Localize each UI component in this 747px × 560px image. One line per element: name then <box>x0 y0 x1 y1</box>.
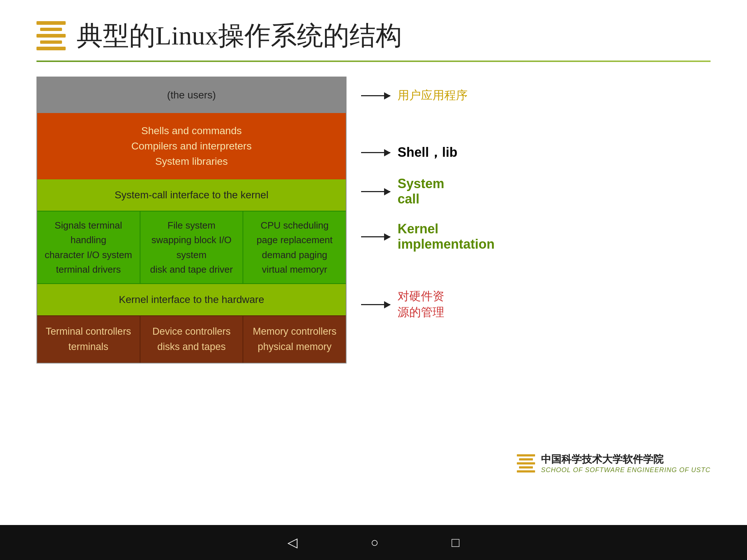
kernel-layer: Signals terminal handling character I/O … <box>37 211 346 283</box>
slide: 典型的Linux操作系统的结构 (the users) Shells and c… <box>0 0 747 525</box>
kernel-label1: Kernel <box>398 221 438 236</box>
arrow-hw <box>361 304 390 305</box>
footer-logo-icon <box>517 454 535 472</box>
logo-bar-3 <box>36 34 66 38</box>
kernel-col2-line3: system <box>144 248 239 262</box>
annotation-shell: Shell，lib <box>361 144 711 162</box>
kernel-col-1: Signals terminal handling character I/O … <box>37 211 140 283</box>
kernel-col2-line1: File system <box>144 218 239 233</box>
users-layer: (the users) <box>37 77 346 113</box>
school-name: 中国科学技术大学软件学院 <box>541 452 711 466</box>
navbar: ◁ ○ □ <box>0 525 747 560</box>
footer-logo-bar-3 <box>517 462 535 464</box>
hw-label2: 源的管理 <box>398 306 444 319</box>
kernel-col-3: CPU scheduling page replacement demand p… <box>243 211 346 283</box>
divider <box>36 61 711 62</box>
annotation-syscall-text: System call <box>398 176 444 207</box>
hardware-layer: Terminal controllers terminals Device co… <box>37 315 346 363</box>
arrow-shell <box>361 152 390 153</box>
hw-interface-layer: Kernel interface to the hardware <box>37 283 346 315</box>
annotation-users: 用户应用程序 <box>361 88 711 104</box>
hw-label1: 对硬件资 <box>398 289 444 303</box>
kernel-col1-line2: handling <box>41 233 136 247</box>
logo-icon <box>36 21 66 50</box>
hw-col3-line2: physical memory <box>247 339 342 355</box>
syscall-label: System-call interface to the kernel <box>115 189 268 201</box>
logo-bar-2 <box>40 28 62 31</box>
kernel-col1-line3: character I/O system <box>41 248 136 262</box>
header: 典型的Linux操作系统的结构 <box>0 0 747 61</box>
school-name-en: SCHOOL OF SOFTWARE ENGINEERING OF USTC <box>541 466 711 474</box>
hw-col-2: Device controllers disks and tapes <box>140 316 244 363</box>
hw-interface-label: Kernel interface to the hardware <box>119 294 264 305</box>
logo-bar-4 <box>40 40 62 44</box>
annotation-hw: 对硬件资 源的管理 <box>361 288 711 320</box>
nav-back-button[interactable]: ◁ <box>287 535 298 550</box>
hw-col-1: Terminal controllers terminals <box>37 316 140 363</box>
logo-bar-5 <box>36 47 66 50</box>
kernel-col2-line4: disk and tape driver <box>144 262 239 277</box>
nav-recent-button[interactable]: □ <box>452 535 460 550</box>
diagram-container: (the users) Shells and commands Compiler… <box>0 77 747 363</box>
footer-text: 中国科学技术大学软件学院 SCHOOL OF SOFTWARE ENGINEER… <box>541 452 711 474</box>
kernel-col3-line3: demand paging <box>247 248 342 262</box>
hw-col1-line1: Terminal controllers <box>41 324 136 339</box>
kernel-col1-line4: terminal drivers <box>41 262 136 277</box>
page-title: 典型的Linux操作系统的结构 <box>77 18 402 53</box>
annotation-shell-text: Shell，lib <box>398 144 457 162</box>
footer-logo-bar-2 <box>519 458 533 460</box>
annotation-kernel-text: Kernel implementation <box>398 221 495 252</box>
kernel-col-2: File system swapping block I/O system di… <box>140 211 244 283</box>
users-label: (the users) <box>167 89 216 101</box>
kernel-col2-line2: swapping block I/O <box>144 233 239 247</box>
hw-col2-line2: disks and tapes <box>144 339 239 355</box>
kernel-col3-line2: page replacement <box>247 233 342 247</box>
hw-col1-line2: terminals <box>41 339 136 355</box>
kernel-label2: implementation <box>398 237 495 252</box>
annotation-users-text: 用户应用程序 <box>398 88 468 104</box>
nav-home-button[interactable]: ○ <box>371 535 379 550</box>
hw-col3-line1: Memory controllers <box>247 324 342 339</box>
kernel-col3-line4: virtual memoryr <box>247 262 342 277</box>
footer-logo: 中国科学技术大学软件学院 SCHOOL OF SOFTWARE ENGINEER… <box>517 452 711 474</box>
orange-line1: Shells and commands <box>44 123 338 139</box>
annotation-kernel: Kernel implementation <box>361 221 711 252</box>
annotation-syscall: System call <box>361 176 711 207</box>
hw-col-3: Memory controllers physical memory <box>243 316 346 363</box>
arrow-syscall <box>361 191 390 192</box>
annotations: 用户应用程序 Shell，lib System call Kernel impl… <box>361 77 711 320</box>
orange-line3: System libraries <box>44 154 338 169</box>
kernel-col3-line1: CPU scheduling <box>247 218 342 233</box>
syscall-label2: call <box>398 191 419 206</box>
kernel-col1-line1: Signals terminal <box>41 218 136 233</box>
orange-layer: Shells and commands Compilers and interp… <box>37 113 346 179</box>
linux-architecture-diagram: (the users) Shells and commands Compiler… <box>36 77 347 363</box>
orange-line2: Compilers and interpreters <box>44 139 338 154</box>
footer-logo-bar-5 <box>517 470 535 472</box>
syscall-layer: System-call interface to the kernel <box>37 179 346 211</box>
logo-bar-1 <box>36 21 66 25</box>
footer-logo-bar-4 <box>519 466 533 468</box>
annotation-hw-text: 对硬件资 源的管理 <box>398 288 444 320</box>
syscall-label1: System <box>398 176 444 191</box>
footer-logo-bar-1 <box>517 454 535 456</box>
arrow-kernel <box>361 236 390 237</box>
hw-col2-line1: Device controllers <box>144 324 239 339</box>
arrow-users <box>361 95 390 96</box>
